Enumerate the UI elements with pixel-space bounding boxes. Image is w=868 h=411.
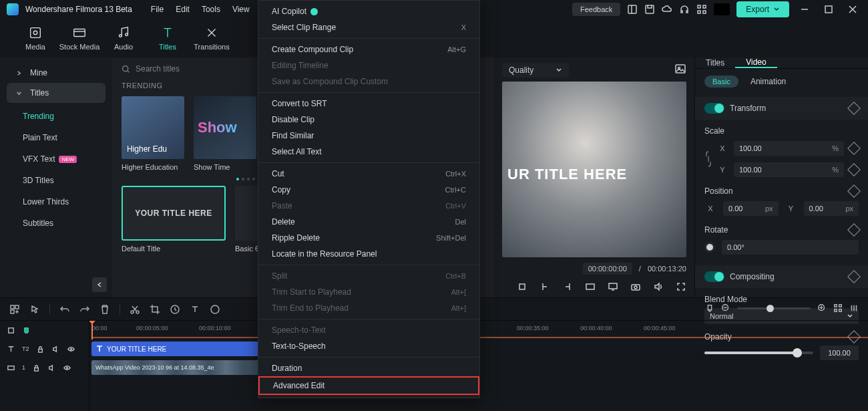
cursor-icon[interactable]: [29, 304, 40, 315]
subcat-plain-text[interactable]: Plain Text: [7, 127, 105, 148]
collapse-sidebar-button[interactable]: [92, 277, 107, 292]
ctx-cut[interactable]: CutCtrl+X: [258, 166, 479, 182]
rotate-input[interactable]: 0.00°: [722, 240, 859, 255]
account-avatar[interactable]: [714, 3, 730, 15]
rotate-knob[interactable]: [704, 242, 715, 253]
inspector-tab-titles[interactable]: Titles: [695, 57, 735, 68]
redo-icon[interactable]: [79, 304, 90, 315]
menu-tools[interactable]: Tools: [202, 5, 220, 14]
color-icon[interactable]: [210, 304, 220, 315]
ctx-copy[interactable]: CopyCtrl+C: [258, 182, 479, 198]
scale-y-input[interactable]: 100.00%: [734, 162, 844, 177]
add-track-icon[interactable]: [9, 304, 20, 315]
tab-stock-media[interactable]: Stock Media: [57, 19, 101, 57]
keyframe-icon[interactable]: [847, 163, 861, 176]
mark-in-icon[interactable]: [539, 281, 550, 292]
ctx-advanced-edit[interactable]: Advanced Edit: [258, 376, 479, 395]
playhead[interactable]: [91, 321, 93, 339]
export-button[interactable]: Export: [736, 1, 789, 17]
tab-transitions[interactable]: Transitions: [190, 19, 234, 57]
volume-icon[interactable]: [653, 281, 664, 292]
subcat-trending[interactable]: Trending: [7, 106, 105, 127]
subtab-animation[interactable]: Animation: [750, 77, 786, 86]
layout-icon[interactable]: [627, 4, 638, 15]
lock-icon[interactable]: [36, 345, 45, 354]
minimize-icon[interactable]: [800, 5, 809, 14]
speed-icon[interactable]: [170, 304, 180, 315]
mark-out-icon[interactable]: [562, 281, 573, 292]
ctx-disable-clip[interactable]: Disable Clip: [258, 112, 479, 128]
zoom-in-icon[interactable]: [817, 303, 827, 313]
pos-y-input[interactable]: 0.00px: [804, 201, 859, 216]
close-icon[interactable]: [848, 5, 857, 14]
mixer-icon[interactable]: [849, 303, 859, 313]
tab-media[interactable]: Media: [13, 19, 57, 57]
headphones-icon[interactable]: [679, 4, 690, 15]
keyframe-icon[interactable]: [847, 184, 861, 198]
ctx-find-similar[interactable]: Find Similar: [258, 128, 479, 144]
preview-viewport[interactable]: UR TITLE HERE: [502, 82, 686, 257]
thumb-default-title[interactable]: YOUR TITLE HERE: [122, 186, 226, 241]
ctx-text-to-speech[interactable]: Text-to-Speech: [258, 338, 479, 354]
crop-icon[interactable]: [150, 304, 160, 315]
video-clip[interactable]: WhatsApp Video 2023-10 96 at 14.08.35_4e: [91, 360, 260, 375]
ctx-select-clip-range[interactable]: Select Clip RangeX: [258, 19, 479, 35]
maximize-icon[interactable]: [824, 5, 833, 14]
compositing-toggle[interactable]: [704, 271, 724, 282]
save-icon[interactable]: [644, 4, 655, 15]
inspector-tab-video[interactable]: Video: [735, 57, 777, 68]
camera-icon[interactable]: [630, 281, 641, 292]
lock-icon[interactable]: [32, 364, 41, 372]
feedback-button[interactable]: Feedback: [572, 3, 620, 16]
keyframe-icon[interactable]: [847, 102, 861, 115]
mute-icon[interactable]: [47, 364, 56, 372]
thumb-higher-education[interactable]: Higher EduHigher Education: [122, 96, 184, 171]
subcat-3d-titles[interactable]: 3D Titles: [7, 170, 105, 191]
stop-icon[interactable]: [517, 281, 527, 292]
carousel-dots[interactable]: [122, 178, 260, 180]
fullscreen-icon[interactable]: [676, 281, 686, 292]
text-tool-icon[interactable]: [190, 304, 200, 315]
eye-icon[interactable]: [67, 345, 75, 354]
zoom-slider[interactable]: [737, 307, 811, 309]
ctx-duration[interactable]: Duration: [258, 360, 479, 376]
pos-x-input[interactable]: 0.00px: [723, 201, 779, 216]
magnet-icon[interactable]: [22, 326, 31, 335]
track-header-title[interactable]: T2: [0, 339, 89, 358]
delete-icon[interactable]: [99, 304, 110, 315]
track-header-video[interactable]: 1: [0, 358, 89, 377]
current-time[interactable]: 00:00:00:00: [583, 263, 632, 275]
ctx-ai-copilot[interactable]: AI Copilot: [258, 3, 479, 19]
category-mine[interactable]: Mine: [7, 63, 105, 83]
keyframe-icon[interactable]: [847, 142, 861, 155]
ctx-delete[interactable]: DeleteDel: [258, 214, 479, 230]
add-icon[interactable]: [7, 326, 15, 335]
menu-file[interactable]: File: [151, 5, 164, 14]
eye-icon[interactable]: [63, 364, 71, 372]
title-clip[interactable]: YOUR TITLE HERE: [91, 341, 261, 356]
menu-edit[interactable]: Edit: [176, 5, 190, 14]
thumb-show-time[interactable]: ShowShow Time: [194, 96, 256, 171]
marker-icon[interactable]: [705, 303, 714, 313]
keyframe-icon[interactable]: [847, 270, 861, 283]
display-icon[interactable]: [608, 281, 618, 292]
subcat-vfx-text[interactable]: VFX TextNEW: [7, 148, 105, 170]
tab-audio[interactable]: Audio: [101, 19, 146, 57]
cloud-icon[interactable]: [662, 4, 672, 15]
keyframe-icon[interactable]: [847, 223, 861, 237]
undo-icon[interactable]: [59, 304, 70, 315]
ratio-icon[interactable]: [585, 281, 596, 292]
subcat-lower-thirds[interactable]: Lower Thirds: [7, 191, 105, 213]
ctx-locate-in-the-resource-panel[interactable]: Locate in the Resource Panel: [258, 246, 479, 262]
view-mode-icon[interactable]: [833, 303, 843, 313]
subtab-basic[interactable]: Basic: [704, 76, 738, 88]
quality-select[interactable]: Quality: [502, 63, 569, 78]
apps-icon[interactable]: [696, 4, 707, 15]
snapshot-icon[interactable]: [674, 63, 686, 75]
ctx-convert-to-srt[interactable]: Convert to SRT: [258, 96, 479, 112]
menu-view[interactable]: View: [232, 5, 250, 14]
link-icon[interactable]: [704, 150, 712, 168]
transform-toggle[interactable]: [704, 103, 724, 114]
ctx-select-all-text[interactable]: Select All Text: [258, 144, 479, 160]
tab-titles[interactable]: Titles: [146, 19, 190, 57]
